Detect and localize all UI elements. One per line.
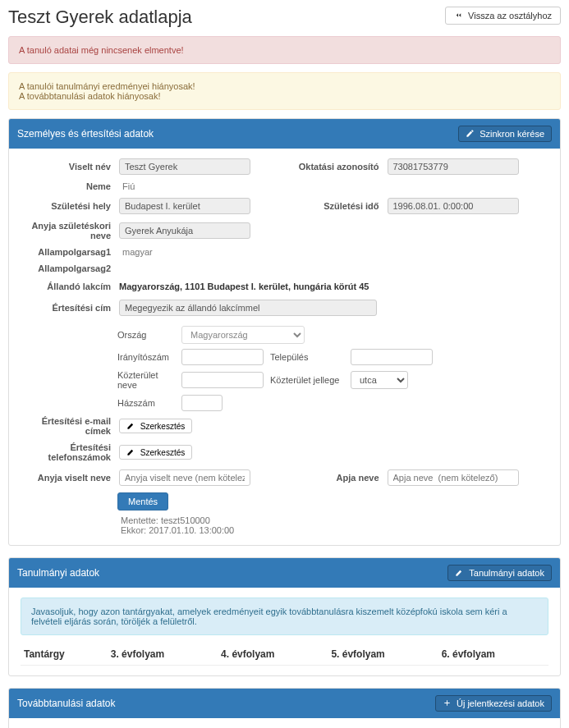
anyja-input[interactable] — [119, 222, 250, 239]
label-ertesitesi-cim: Értesítési cím — [21, 303, 111, 313]
plus-icon — [443, 698, 452, 707]
col-g5: 5. évfolyam — [328, 643, 438, 666]
label-telepules: Település — [270, 352, 344, 362]
label-anyja-viselt: Anyja viselt neve — [21, 473, 111, 483]
study-info-alert: Javasoljuk, hogy azon tantárgyakat, amel… — [21, 598, 548, 635]
back-icon — [454, 11, 463, 20]
page-title: Teszt Gyerek adatlapja — [8, 7, 192, 28]
not-saved-alert: A tanuló adatai még nincsenek elmentve! — [8, 36, 561, 64]
back-button-label: Vissza az osztályhoz — [468, 11, 552, 21]
study-data-button[interactable]: Tanulmányi adatok — [447, 565, 552, 581]
personal-panel-heading: Személyes és értesítési adatok Szinkron … — [9, 119, 560, 149]
warning-line-1: A tanulói tanulmányi eredményei hiányosa… — [19, 81, 550, 91]
saved-at: Ekkor: 2017.01.10. 13:00:00 — [117, 525, 548, 535]
label-allampolg1: Allampolgarsag1 — [21, 247, 111, 257]
label-szul-ido: Születési idő — [289, 201, 379, 211]
edit-emails-label: Szerkesztés — [140, 422, 185, 431]
kozterulet-jellege-select[interactable]: utca — [351, 371, 408, 389]
label-iranyitoszam: Irányítószám — [117, 352, 175, 362]
iranyitoszam-input[interactable] — [181, 349, 264, 365]
neme-value: Fiú — [119, 181, 281, 191]
edit-phones-label: Szerkesztés — [140, 448, 185, 457]
new-application-button[interactable]: Új jelentkezési adatok — [435, 695, 552, 712]
edit-icon — [466, 129, 475, 138]
allampolg1-value: magyar — [119, 247, 281, 257]
new-application-label: Új jelentkezési adatok — [457, 698, 544, 708]
save-button[interactable]: Mentés — [117, 492, 168, 511]
label-kozterulet-neve: Közterület neve — [117, 370, 175, 390]
orszag-select[interactable]: Magyarország — [181, 326, 305, 344]
edit-phones-button[interactable]: Szerkesztés — [119, 445, 192, 460]
address-block: Ország Magyarország Irányítószám Települ… — [117, 323, 548, 411]
saved-by: Mentette: teszt510000 — [117, 515, 548, 525]
warning-line-2: A továbbtanulási adatok hiányosak! — [19, 91, 550, 101]
label-orszag: Ország — [117, 330, 175, 340]
label-anyja: Anyja születéskori neve — [21, 221, 111, 240]
szul-ido-input[interactable] — [388, 198, 519, 214]
hazszam-input[interactable] — [181, 395, 223, 411]
further-panel: Továbbtanulási adatok Új jelentkezési ad… — [8, 688, 561, 728]
kozterulet-neve-input[interactable] — [181, 372, 264, 388]
study-table: Tantárgy 3. évfolyam 4. évfolyam 5. évfo… — [21, 643, 548, 666]
further-panel-title: Továbbtanulási adatok — [17, 698, 115, 709]
label-kozterulet-jellege: Közterület jellege — [270, 375, 344, 385]
label-neme: Neme — [21, 181, 111, 191]
label-email: Értesítési e-mail címek — [21, 416, 111, 436]
label-viselt-nev: Viselt név — [21, 162, 111, 172]
label-allando-lakcim: Állandó lakcím — [21, 282, 111, 291]
edit-icon — [455, 568, 464, 577]
col-g3: 3. évfolyam — [108, 643, 218, 666]
oktatasi-azonosito-input[interactable] — [388, 158, 519, 175]
label-szul-hely: Születési hely — [21, 201, 111, 211]
edit-emails-button[interactable]: Szerkesztés — [119, 419, 192, 433]
label-allampolg2: Allampolgarsag2 — [21, 263, 111, 273]
pencil-icon — [126, 421, 135, 430]
col-subject: Tantárgy — [21, 643, 108, 666]
label-hazszam: Házszám — [117, 398, 175, 408]
sync-button[interactable]: Szinkron kérése — [458, 126, 552, 142]
anyja-viselt-input[interactable] — [119, 469, 250, 486]
szul-hely-input[interactable] — [119, 198, 250, 214]
personal-panel-title: Személyes és értesítési adatok — [17, 128, 154, 140]
pencil-icon — [126, 447, 135, 456]
sync-button-label: Szinkron kérése — [480, 129, 544, 139]
viselt-nev-input[interactable] — [119, 158, 250, 175]
label-apja-neve: Apja neve — [289, 473, 379, 483]
personal-panel: Személyes és értesítési adatok Szinkron … — [8, 118, 561, 546]
col-g4: 4. évfolyam — [218, 643, 328, 666]
ertesitesi-cim-input[interactable] — [119, 300, 377, 316]
col-g6: 6. évfolyam — [438, 643, 548, 666]
allando-lakcim-value: Magyarország, 1101 Budapest I. kerület, … — [119, 280, 548, 293]
apja-neve-input[interactable] — [388, 469, 519, 486]
study-panel-title: Tanulmányi adatok — [17, 567, 99, 579]
study-panel: Tanulmányi adatok Tanulmányi adatok Java… — [8, 557, 561, 676]
telepules-input[interactable] — [351, 349, 433, 365]
missing-data-warning: A tanulói tanulmányi eredményei hiányosa… — [8, 72, 561, 110]
study-panel-heading: Tanulmányi adatok Tanulmányi adatok — [9, 558, 560, 588]
label-tel: Értesítési telefonszámok — [21, 442, 111, 462]
label-oktatasi-azonosito: Oktatási azonosító — [289, 162, 379, 172]
study-data-button-label: Tanulmányi adatok — [469, 568, 544, 578]
back-to-class-button[interactable]: Vissza az osztályhoz — [445, 7, 561, 25]
further-panel-heading: Továbbtanulási adatok Új jelentkezési ad… — [9, 689, 560, 718]
